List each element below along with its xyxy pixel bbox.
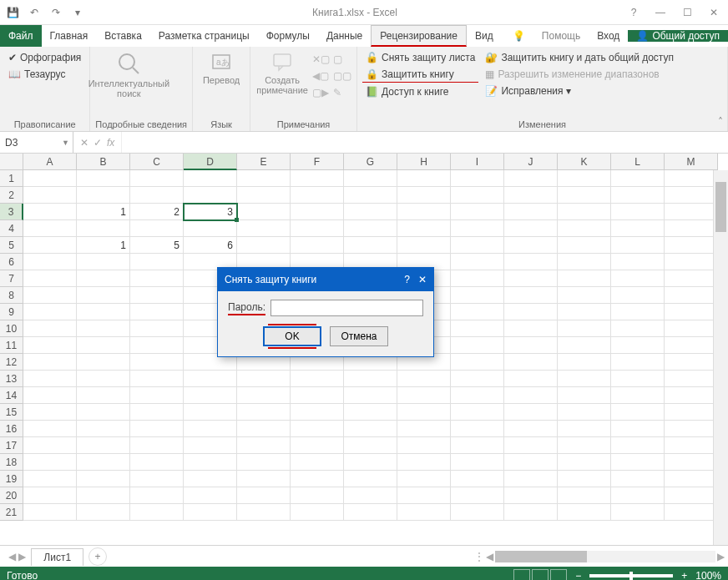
allow-ranges-button[interactable]: ▦Разрешить изменение диапазонов [482,67,677,82]
cell-F18[interactable] [291,454,344,471]
vscroll-thumb[interactable] [715,182,726,232]
minimize-button[interactable]: — [650,3,671,22]
cell-K16[interactable] [558,421,611,437]
cell-H5[interactable] [397,237,451,254]
tab-file[interactable]: Файл [0,25,42,47]
delete-comment-icon[interactable]: ✕▢ [312,53,330,65]
cell-K8[interactable] [558,287,611,304]
cell-J10[interactable] [504,320,558,337]
cell-D5[interactable]: 6 [184,237,237,254]
cell-A5[interactable] [23,237,77,254]
cell-G1[interactable] [344,170,397,187]
cell-J7[interactable] [504,270,558,287]
cell-J2[interactable] [504,187,558,204]
zoom-in-button[interactable]: + [681,570,687,580]
cell-B8[interactable] [77,287,130,304]
cell-G16[interactable] [344,421,397,437]
column-header-D[interactable]: D [184,154,237,170]
cell-I16[interactable] [451,421,504,437]
translate-button[interactable]: aあ Перевод [198,50,245,85]
tab-data[interactable]: Данные [318,25,371,47]
cell-I8[interactable] [451,287,504,304]
cell-D14[interactable] [184,387,237,404]
share-workbook-button[interactable]: 📗Доступ к книге [362,84,478,99]
dialog-close-button[interactable]: ✕ [418,274,427,285]
formula-input[interactable] [122,132,728,153]
cell-A14[interactable] [23,387,77,404]
cell-B21[interactable] [77,504,130,521]
cell-F15[interactable] [291,404,344,421]
cell-M18[interactable] [665,454,718,471]
cell-J15[interactable] [504,404,558,421]
cell-L11[interactable] [611,337,665,354]
cell-A17[interactable] [23,437,77,454]
show-all-comments-icon[interactable]: ▢▢ [333,70,351,82]
cell-M16[interactable] [665,421,718,437]
cell-F20[interactable] [291,487,344,504]
row-header-5[interactable]: 5 [0,237,23,254]
cell-I12[interactable] [451,354,504,371]
cell-M1[interactable] [665,170,718,187]
cell-H18[interactable] [397,454,451,471]
cell-F2[interactable] [291,187,344,204]
save-button[interactable]: 💾 [3,3,22,22]
cell-A3[interactable] [23,204,77,220]
cell-C15[interactable] [130,404,184,421]
column-header-J[interactable]: J [504,154,558,170]
cell-L9[interactable] [611,304,665,320]
cancel-formula-icon[interactable]: ✕ [80,137,88,149]
cell-A8[interactable] [23,287,77,304]
cell-L17[interactable] [611,437,665,454]
tell-me-icon[interactable]: 💡 [504,30,533,42]
cell-E18[interactable] [237,454,291,471]
cell-M6[interactable] [665,254,718,270]
cell-D18[interactable] [184,454,237,471]
column-header-C[interactable]: C [130,154,184,170]
row-header-20[interactable]: 20 [0,487,23,504]
enter-formula-icon[interactable]: ✓ [94,137,102,149]
cell-B15[interactable] [77,404,130,421]
cell-I6[interactable] [451,254,504,270]
ribbon-help-icon[interactable]: ? [623,3,645,22]
cell-I21[interactable] [451,504,504,521]
cell-A2[interactable] [23,187,77,204]
cell-A9[interactable] [23,304,77,320]
maximize-button[interactable]: ☐ [676,3,698,22]
cell-B19[interactable] [77,471,130,487]
cell-F16[interactable] [291,421,344,437]
cell-A1[interactable] [23,170,77,187]
cell-F17[interactable] [291,437,344,454]
row-header-4[interactable]: 4 [0,220,23,237]
select-all-button[interactable] [0,154,23,170]
cell-K7[interactable] [558,270,611,287]
cell-M3[interactable] [665,204,718,220]
cell-K18[interactable] [558,454,611,471]
row-header-16[interactable]: 16 [0,421,23,437]
cell-M10[interactable] [665,320,718,337]
cell-J5[interactable] [504,237,558,254]
name-box[interactable]: D3 ▼ [0,132,73,153]
cell-E19[interactable] [237,471,291,487]
hscroll-thumb[interactable] [495,551,587,562]
column-header-F[interactable]: F [291,154,344,170]
ok-button[interactable]: OK [263,326,321,346]
tab-home[interactable]: Главная [42,25,97,47]
row-header-9[interactable]: 9 [0,304,23,320]
cell-J13[interactable] [504,371,558,387]
cell-C20[interactable] [130,487,184,504]
cell-B3[interactable]: 1 [77,204,130,220]
cell-H21[interactable] [397,504,451,521]
column-header-M[interactable]: M [665,154,718,170]
cell-G17[interactable] [344,437,397,454]
cell-J9[interactable] [504,304,558,320]
cell-E4[interactable] [237,220,291,237]
cell-J6[interactable] [504,254,558,270]
thesaurus-button[interactable]: 📖Тезаурус [5,67,84,82]
cell-F5[interactable] [291,237,344,254]
cell-J11[interactable] [504,337,558,354]
cell-C4[interactable] [130,220,184,237]
cell-E2[interactable] [237,187,291,204]
cell-E13[interactable] [237,371,291,387]
cell-K13[interactable] [558,371,611,387]
cell-H14[interactable] [397,387,451,404]
